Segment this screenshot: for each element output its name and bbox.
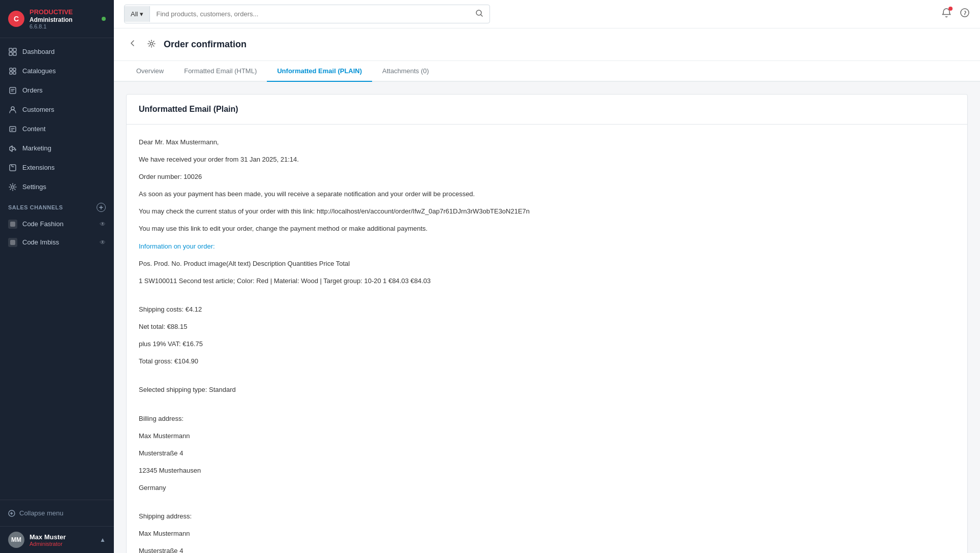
topbar-actions: [941, 8, 970, 20]
sales-channels-section: Sales Channels +: [0, 197, 114, 215]
svg-point-9: [11, 107, 14, 110]
page-settings-button[interactable]: [145, 38, 158, 52]
email-shipping-costs: Shipping costs: €4.12: [139, 304, 955, 315]
search-all-dropdown[interactable]: All ▾: [125, 6, 150, 22]
email-billing-street: Musterstraße 4: [139, 448, 955, 459]
sidebar-item-settings[interactable]: Settings: [0, 177, 114, 197]
brand-version: 6.6.8.1: [29, 23, 73, 29]
svg-rect-0: [9, 48, 12, 51]
svg-rect-4: [10, 68, 12, 71]
tab-overview[interactable]: Overview: [126, 61, 174, 82]
email-info-on-order: Information on your order:: [139, 241, 955, 252]
email-net-total: Net total: €88.15: [139, 321, 955, 332]
email-check-link: You may check the current status of your…: [139, 206, 955, 217]
svg-point-11: [12, 186, 14, 188]
sidebar-header: C PRODUCTIVE Administration 6.6.8.1: [0, 0, 114, 38]
sidebar: C PRODUCTIVE Administration 6.6.8.1 Dash…: [0, 0, 114, 553]
email-shipping-type: Selected shipping type: Standard: [139, 384, 955, 395]
email-gross: Total gross: €104.90: [139, 356, 955, 367]
sidebar-item-customers[interactable]: Customers: [0, 100, 114, 119]
collapse-menu-button[interactable]: Collapse menu: [8, 506, 106, 520]
user-section[interactable]: MM Max Muster Administrator ▲: [0, 526, 114, 553]
sidebar-item-extensions[interactable]: Extensions: [0, 158, 114, 177]
extensions-icon: [8, 163, 17, 172]
code-imbiss-label: Code Imbiss: [22, 238, 59, 246]
email-intro: We have received your order from 31 Jan …: [139, 154, 955, 165]
email-card-header: Unformatted Email (Plain): [127, 95, 967, 125]
svg-rect-1: [13, 48, 16, 51]
user-role: Administrator: [29, 541, 66, 547]
tab-attachments[interactable]: Attachments (0): [372, 61, 439, 82]
customers-label: Customers: [22, 106, 54, 113]
dashboard-label: Dashboard: [22, 48, 55, 55]
sidebar-item-catalogues[interactable]: Catalogues: [0, 62, 114, 81]
svg-point-17: [150, 42, 153, 45]
sidebar-item-orders[interactable]: Orders: [0, 81, 114, 100]
email-table-header: Pos. Prod. No. Product image(Alt text) D…: [139, 258, 955, 269]
add-sales-channel-button[interactable]: +: [97, 203, 106, 212]
sidebar-bottom: Collapse menu: [0, 500, 114, 526]
sidebar-nav: Dashboard Catalogues Orders: [0, 38, 114, 500]
brand-name: PRODUCTIVE: [29, 8, 73, 16]
marketing-icon: [8, 144, 17, 153]
notifications-button[interactable]: [941, 8, 952, 20]
email-shipping-street: Musterstraße 4: [139, 545, 955, 553]
search-submit-button[interactable]: [469, 5, 489, 23]
marketing-label: Marketing: [22, 144, 51, 152]
collapse-icon: [8, 510, 15, 517]
sidebar-item-content[interactable]: Content: [0, 119, 114, 139]
email-billing-country: Germany: [139, 482, 955, 494]
help-button[interactable]: [960, 8, 970, 20]
svg-rect-6: [10, 72, 12, 74]
sidebar-item-code-fashion[interactable]: Code Fashion 👁: [0, 215, 114, 233]
email-greeting: Dear Mr. Max Mustermann,: [139, 137, 955, 148]
email-notification: As soon as your payment has been made, y…: [139, 189, 955, 200]
email-edit-link: You may use this link to edit your order…: [139, 223, 955, 234]
search-bar: All ▾: [124, 5, 490, 23]
catalogues-icon: [8, 67, 17, 76]
page-title: Order confirmation: [164, 39, 247, 50]
content-label: Content: [22, 125, 46, 133]
settings-icon: [8, 182, 17, 192]
email-vat: plus 19% VAT: €16.75: [139, 339, 955, 350]
svg-point-16: [961, 9, 969, 17]
sidebar-item-marketing[interactable]: Marketing: [0, 139, 114, 158]
user-avatar: MM: [8, 532, 24, 548]
svg-rect-13: [10, 240, 15, 245]
svg-rect-3: [13, 52, 16, 55]
brand-info: PRODUCTIVE Administration 6.6.8.1: [29, 8, 73, 29]
catalogues-label: Catalogues: [22, 67, 56, 75]
gear-icon: [147, 40, 156, 48]
code-fashion-eye-icon: 👁: [100, 221, 106, 228]
email-card-title: Unformatted Email (Plain): [139, 105, 955, 114]
svg-rect-7: [13, 72, 16, 74]
help-icon: [960, 8, 970, 18]
sidebar-item-dashboard[interactable]: Dashboard: [0, 42, 114, 62]
page-content: Order confirmation Overview Formatted Em…: [114, 28, 980, 553]
user-name: Max Muster: [29, 533, 66, 541]
customers-icon: [8, 105, 17, 114]
tab-formatted-email[interactable]: Formatted Email (HTML): [174, 61, 267, 82]
email-shipping-name: Max Mustermann: [139, 528, 955, 539]
user-info: Max Muster Administrator: [29, 533, 66, 547]
brand-sub: Administration: [29, 16, 73, 23]
code-fashion-icon: [8, 220, 17, 229]
back-button[interactable]: [126, 37, 139, 52]
search-input[interactable]: [150, 6, 469, 22]
email-order-number: Order number: 10026: [139, 171, 955, 182]
code-fashion-label: Code Fashion: [22, 220, 64, 228]
sidebar-item-code-imbiss[interactable]: Code Imbiss 👁: [0, 233, 114, 252]
email-body: Dear Mr. Max Mustermann, We have receive…: [127, 125, 967, 553]
settings-label: Settings: [22, 183, 46, 191]
tab-unformatted-email[interactable]: Unformatted Email (PLAIN): [267, 61, 372, 82]
code-imbiss-eye-icon: 👁: [100, 239, 106, 246]
orders-icon: [8, 86, 17, 95]
main-content: All ▾: [114, 0, 980, 553]
tabs-bar: Overview Formatted Email (HTML) Unformat…: [114, 61, 980, 82]
sales-channels-title: Sales Channels: [8, 204, 63, 210]
email-container: Unformatted Email (Plain) Dear Mr. Max M…: [126, 94, 968, 553]
search-icon: [475, 9, 483, 17]
code-imbiss-icon: [8, 238, 17, 247]
svg-rect-2: [9, 52, 12, 55]
app-logo: C: [8, 11, 24, 27]
